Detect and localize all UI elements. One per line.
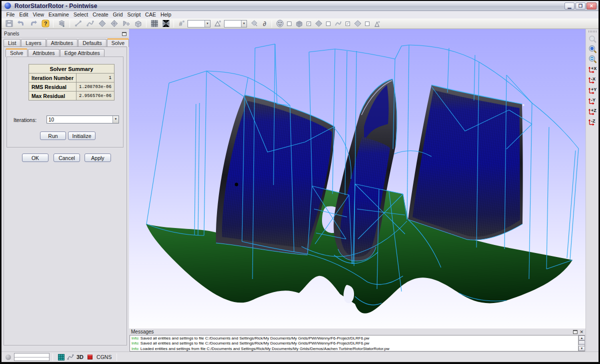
- view-minus-y-button[interactable]: -Y: [587, 96, 598, 105]
- partial-icon[interactable]: ∂: [262, 19, 268, 28]
- messages-scrollbar[interactable]: ▲ ▼: [578, 336, 584, 351]
- zoom-disabled-icon[interactable]: [588, 34, 597, 44]
- redo-icon[interactable]: [29, 19, 38, 28]
- curve-tool-icon[interactable]: [86, 19, 94, 28]
- zoom-select-icon[interactable]: [588, 54, 597, 64]
- toolbar-drag-handle[interactable]: [588, 30, 596, 32]
- tab-solve[interactable]: Solve: [107, 38, 129, 47]
- points-filter-checkbox[interactable]: [365, 22, 370, 26]
- cancel-button[interactable]: Cancel: [54, 154, 80, 162]
- run-button[interactable]: Run: [40, 132, 66, 140]
- scroll-down-arrow[interactable]: ▼: [578, 346, 585, 351]
- scroll-up-arrow[interactable]: ▲: [578, 336, 585, 340]
- menu-help[interactable]: Help: [158, 11, 174, 18]
- messages-float-icon[interactable]: [573, 330, 578, 334]
- domains-filter-icon[interactable]: [314, 19, 323, 28]
- apply-button[interactable]: Apply: [84, 154, 111, 162]
- status-readout-row: [14, 354, 49, 358]
- messages-close-icon[interactable]: ✕: [580, 330, 584, 334]
- panels-dock: Panels List Layers Attributes Defaults S…: [2, 29, 129, 352]
- cae-solver-label: CGNS: [96, 354, 112, 360]
- minimize-button[interactable]: ▁: [564, 2, 574, 10]
- blocks-filter-icon[interactable]: [295, 19, 304, 28]
- project-icon[interactable]: [250, 19, 258, 28]
- ok-button[interactable]: OK: [22, 154, 48, 162]
- menu-examine[interactable]: Examine: [46, 11, 72, 18]
- undo-icon[interactable]: [16, 19, 26, 28]
- domain-tool-icon[interactable]: [98, 19, 106, 28]
- menu-grid[interactable]: Grid: [110, 11, 125, 18]
- mask-blocks-checkbox[interactable]: [287, 22, 292, 26]
- iterations-combo[interactable]: 10 ▼: [46, 116, 119, 124]
- tab-attributes[interactable]: Attributes: [46, 39, 78, 47]
- spacings-filter-icon[interactable]: [354, 19, 362, 28]
- domains-filter-checkbox[interactable]: ✓: [306, 22, 311, 26]
- iterations-combo-arrow[interactable]: ▼: [112, 116, 118, 123]
- dimension-icon: #: [178, 19, 185, 28]
- restore-button[interactable]: ❐: [576, 2, 586, 10]
- panels-tab-bar: List Layers Attributes Defaults Solve: [4, 38, 127, 47]
- grid-mode-icon[interactable]: [58, 354, 64, 360]
- domain-mesh-tool-icon[interactable]: [110, 19, 118, 28]
- svg-text:∂: ∂: [263, 20, 266, 28]
- extrude-tool-icon[interactable]: [122, 19, 130, 28]
- rms-residual-label: RMS Residual: [29, 82, 76, 92]
- mask-faces-icon[interactable]: [276, 19, 284, 28]
- mode-3d-indicator: 3D: [76, 354, 84, 360]
- subtab-solve[interactable]: Solve: [6, 48, 28, 57]
- menu-cae[interactable]: CAE: [143, 11, 158, 18]
- spacing-combo[interactable]: ▼: [224, 20, 247, 28]
- points-filter-icon[interactable]: [373, 19, 381, 28]
- menu-create[interactable]: Create: [90, 11, 111, 18]
- messages-header: Messages ✕: [129, 328, 586, 335]
- connectors-filter-icon[interactable]: [334, 19, 342, 28]
- main-toolbar: ? # ▼ ▼ ∂ ✓ ✓: [2, 18, 598, 29]
- solver-summary-table: Solver Summary Iteration Number1 RMS Res…: [28, 64, 114, 100]
- dimension-combo-arrow[interactable]: ▼: [204, 20, 210, 27]
- menu-view[interactable]: View: [30, 11, 46, 18]
- structured-grid-icon[interactable]: [150, 19, 158, 28]
- view-toolbar: +X -X +Y -Y +Z -Z: [586, 29, 598, 352]
- subtab-attributes[interactable]: Attributes: [28, 49, 59, 57]
- tab-list[interactable]: List: [4, 39, 20, 47]
- spacings-filter-checkbox[interactable]: ✓: [346, 22, 350, 26]
- selected-point-marker: [235, 183, 238, 186]
- svg-text:-Z: -Z: [591, 118, 596, 124]
- view-minus-z-button[interactable]: -Z: [587, 116, 598, 126]
- connectors-filter-checkbox[interactable]: [326, 22, 330, 26]
- help-icon[interactable]: ?: [42, 19, 50, 28]
- log-line: Info: Saved all entities and settings to…: [132, 341, 584, 346]
- link-icon[interactable]: [66, 354, 74, 360]
- app-icon: [4, 2, 11, 9]
- tab-layers[interactable]: Layers: [21, 39, 46, 47]
- spacing-combo-arrow[interactable]: ▼: [241, 20, 246, 27]
- scroll-thumb[interactable]: [578, 340, 585, 345]
- menu-script[interactable]: Script: [125, 11, 143, 18]
- unstructured-grid-icon[interactable]: [162, 19, 170, 28]
- window-title: RotorStatorRotor - Pointwise: [14, 2, 97, 10]
- view-minus-x-button[interactable]: -X: [587, 74, 598, 84]
- menu-edit[interactable]: Edit: [17, 11, 30, 18]
- panels-header: Panels: [2, 30, 129, 38]
- initialize-button[interactable]: Initialize: [68, 132, 96, 140]
- view-plus-x-button[interactable]: +X: [587, 64, 598, 74]
- subtab-edge-attributes[interactable]: Edge Attributes: [60, 49, 104, 57]
- spacing-icon: [214, 19, 222, 28]
- menu-file[interactable]: File: [4, 11, 17, 18]
- panels-float-icon[interactable]: [122, 32, 126, 36]
- title-bar: RotorStatorRotor - Pointwise ▁ ❐ ✕: [2, 1, 598, 11]
- zoom-fit-icon[interactable]: [588, 44, 597, 54]
- dimension-combo[interactable]: ▼: [188, 20, 210, 28]
- menu-select[interactable]: Select: [71, 11, 90, 18]
- connector-tool-icon[interactable]: [74, 19, 82, 28]
- svg-text:#: #: [179, 20, 182, 27]
- iterations-value: 10: [48, 117, 54, 122]
- close-button[interactable]: ✕: [586, 2, 596, 10]
- block-tool-icon[interactable]: [134, 19, 142, 28]
- view-plus-z-button[interactable]: +Z: [587, 106, 598, 116]
- view-plus-y-button[interactable]: +Y: [587, 85, 598, 94]
- tab-defaults[interactable]: Defaults: [78, 39, 106, 47]
- save-icon[interactable]: [6, 19, 13, 28]
- viewport-3d[interactable]: [129, 29, 586, 328]
- layers-icon[interactable]: [58, 19, 66, 28]
